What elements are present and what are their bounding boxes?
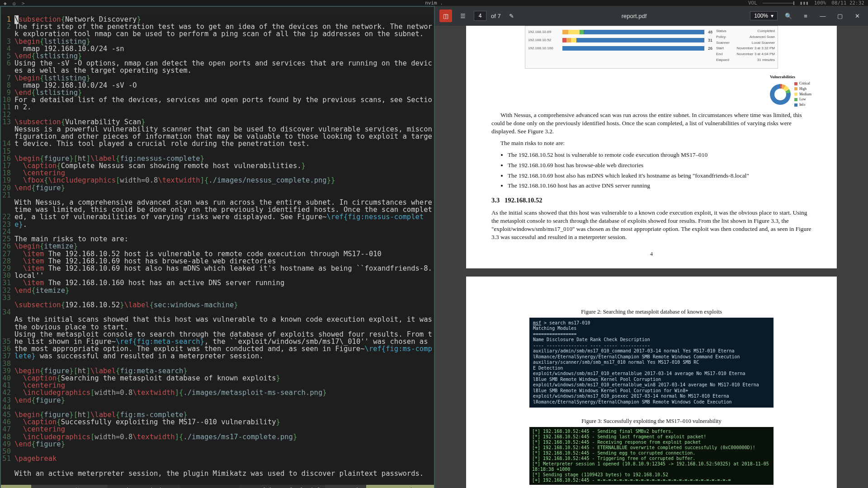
page-number-input[interactable] [474, 11, 486, 21]
cursor-position: 1% ≡ 1/62 ㏑ : 1 [366, 485, 434, 488]
menu-icon[interactable]: ≡ [799, 9, 812, 22]
volume-label: VOL [748, 0, 757, 6]
code-text[interactable]: \subsection{Network Discovery}The first … [13, 16, 434, 485]
git-diff: +0 ~0 -0 ⎇ master [31, 485, 107, 488]
section-heading: 3.3 192.168.10.52 [491, 196, 811, 205]
pdf-para: The main risks to note are: [491, 139, 811, 147]
filename: section/method.tex [107, 485, 180, 488]
pdf-filename: report.pdf [523, 13, 746, 19]
launcher-icon[interactable]: ◆ [4, 0, 9, 6]
word-count: 394 words [325, 485, 366, 488]
encoding: utf-8[unix] [277, 485, 325, 488]
page-number: 4 [491, 250, 811, 258]
maximize-icon[interactable]: ▢ [834, 9, 846, 22]
mode-indicator: NORMAL [1, 485, 31, 488]
pdf-viewer-pane: ◫ ☰ of 7 ✎ report.pdf 100%▾ 🔍 ≡ — ▢ ✕ 19… [435, 6, 868, 488]
code-area[interactable]: 12 3456 78910111213 1415161718192021 222… [1, 15, 434, 485]
battery-icon: ▮▮▮ [800, 0, 809, 6]
window-title: nvim . [425, 0, 443, 6]
clock: 08/11 22:32 [831, 0, 864, 6]
sidebar-toggle-icon[interactable]: ☰ [457, 9, 469, 22]
pdf-toolbar: ◫ ☰ of 7 ✎ report.pdf 100%▾ 🔍 ≡ — ▢ ✕ [435, 6, 868, 26]
page-total: of 7 [491, 13, 501, 19]
pdf-page-4: 192.168.10.6948 192.168.10.5231 192.168.… [466, 26, 837, 268]
terminal-icon[interactable]: >_ [22, 0, 27, 6]
vuln-donut-chart [770, 84, 791, 105]
nessus-figure: 192.168.10.6948 192.168.10.5231 192.168.… [525, 26, 778, 69]
editor-tabbar[interactable] [1, 7, 434, 15]
zoom-dropdown[interactable]: 100%▾ [750, 11, 778, 20]
figure-caption: Figure 2: Searching the metasploit datab… [491, 308, 811, 316]
line-number-gutter: 12 3456 78910111213 1415161718192021 222… [1, 16, 13, 485]
pdf-app-icon[interactable]: ◫ [439, 9, 452, 22]
editor-pane: 12 3456 78910111213 1415161718192021 222… [0, 6, 435, 488]
pdf-para: As the initial scans showed that this ho… [491, 209, 811, 241]
pdf-para: With Nessus, a comprehensive advanced sc… [491, 111, 811, 136]
battery-percent: 100% [814, 0, 826, 6]
pdf-scroll-area[interactable]: 192.168.10.6948 192.168.10.5231 192.168.… [435, 26, 868, 488]
minimize-icon[interactable]: — [816, 9, 829, 22]
system-topbar: ◆ ◎ >_ nvim . VOL ▮▮▮ 100% 08/11 22:32 [0, 0, 868, 6]
chevron-down-icon: ▾ [771, 13, 774, 19]
volume-slider[interactable] [763, 3, 794, 4]
filetype: tex {m} [240, 485, 277, 488]
edit-icon[interactable]: ✎ [505, 9, 518, 22]
search-icon[interactable]: 🔍 [782, 9, 795, 22]
risk-list: The 192.168.10.52 host is vulnerable to … [508, 151, 811, 190]
figure-caption: Figure 3: Successfully exploiting the MS… [491, 418, 811, 425]
exploit-screenshot: [*] 192.168.10.52:445 - Sending final SM… [529, 427, 774, 485]
git-branch-icon: ⎇ [71, 487, 78, 488]
browser-icon[interactable]: ◎ [13, 0, 18, 6]
pdf-page-5: Figure 2: Searching the metasploit datab… [466, 277, 837, 488]
close-icon[interactable]: ✕ [851, 9, 863, 22]
vuln-heading: Vulnerabilities [770, 74, 811, 80]
editor-statusline: NORMAL +0 ~0 -0 ⎇ master section/method.… [1, 485, 434, 488]
vuln-legend: CriticalHighMediumLowInfo [794, 81, 811, 108]
msf-screenshot: msf > search ms17-010Matching Modules===… [529, 318, 774, 408]
